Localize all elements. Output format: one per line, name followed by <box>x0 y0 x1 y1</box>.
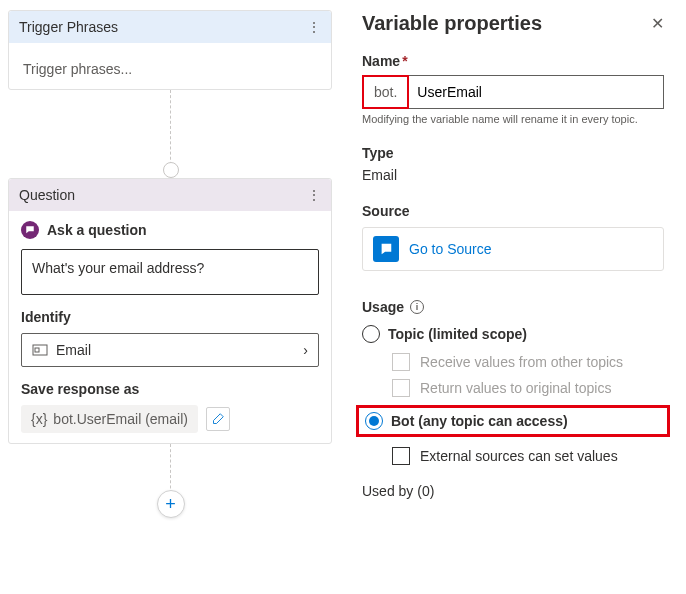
type-field: Type Email <box>362 145 664 183</box>
used-by-label: Used by (0) <box>362 483 664 499</box>
question-header[interactable]: Question ⋮ <box>9 179 331 211</box>
connector-line: + <box>170 444 171 504</box>
external-sources-checkbox[interactable]: External sources can set values <box>392 447 664 465</box>
identify-label: Identify <box>21 309 319 325</box>
save-label: Save response as <box>21 381 319 397</box>
trigger-node: Trigger Phrases ⋮ Trigger phrases... <box>8 10 332 90</box>
brace-icon: {x} <box>31 411 47 427</box>
plus-icon: + <box>165 494 176 515</box>
usage-field: Usage i Topic (limited scope) Receive va… <box>362 299 664 465</box>
usage-label: Usage <box>362 299 404 315</box>
question-node: Question ⋮ Ask a question What's your em… <box>8 178 332 444</box>
source-icon <box>373 236 399 262</box>
checkbox-icon <box>392 379 410 397</box>
usage-bot-radio[interactable]: Bot (any topic can access) <box>365 412 661 430</box>
pencil-icon <box>212 413 224 425</box>
source-field: Source Go to Source <box>362 203 664 271</box>
ask-label: Ask a question <box>47 222 147 238</box>
checkbox-icon <box>392 353 410 371</box>
trigger-body[interactable]: Trigger phrases... <box>9 43 331 89</box>
card-icon <box>32 342 48 358</box>
chevron-right-icon: › <box>303 342 308 358</box>
svg-rect-1 <box>35 348 39 352</box>
variable-name-input[interactable] <box>409 76 663 108</box>
radio-icon <box>362 325 380 343</box>
canvas-pane: Trigger Phrases ⋮ Trigger phrases... Que… <box>0 0 340 594</box>
more-icon[interactable]: ⋮ <box>307 187 321 203</box>
properties-panel: Variable properties ✕ Name* bot. Modifyi… <box>340 0 686 594</box>
usage-bot-label: Bot (any topic can access) <box>391 413 568 429</box>
variable-chip[interactable]: {x} bot.UserEmail (email) <box>21 405 198 433</box>
highlighted-option: Bot (any topic can access) <box>356 405 670 437</box>
more-icon[interactable]: ⋮ <box>307 19 321 35</box>
source-label: Source <box>362 203 664 219</box>
info-icon[interactable]: i <box>410 300 424 314</box>
question-title: Question <box>19 187 75 203</box>
required-asterisk: * <box>402 53 407 69</box>
name-label: Name* <box>362 53 664 69</box>
return-values-checkbox: Return values to original topics <box>392 379 664 397</box>
chat-bubble-icon <box>21 221 39 239</box>
radio-selected-icon <box>365 412 383 430</box>
panel-header: Variable properties ✕ <box>362 12 664 35</box>
identify-value: Email <box>56 342 91 358</box>
variable-name: bot.UserEmail (email) <box>53 411 188 427</box>
return-values-label: Return values to original topics <box>420 380 611 396</box>
receive-values-checkbox: Receive values from other topics <box>392 353 664 371</box>
connector-circle-icon[interactable] <box>163 162 179 178</box>
edit-button[interactable] <box>206 407 230 431</box>
identify-selector[interactable]: Email › <box>21 333 319 367</box>
trigger-title: Trigger Phrases <box>19 19 118 35</box>
panel-title: Variable properties <box>362 12 542 35</box>
external-sources-label: External sources can set values <box>420 448 618 464</box>
add-node-button[interactable]: + <box>157 490 185 518</box>
trigger-placeholder: Trigger phrases... <box>21 53 319 79</box>
type-value: Email <box>362 167 664 183</box>
close-icon[interactable]: ✕ <box>651 14 664 33</box>
name-hint: Modifying the variable name will rename … <box>362 113 664 125</box>
question-text: What's your email address? <box>32 260 204 276</box>
usage-topic-label: Topic (limited scope) <box>388 326 527 342</box>
question-body: Ask a question What's your email address… <box>9 211 331 443</box>
name-prefix: bot. <box>362 75 409 109</box>
ask-row: Ask a question <box>21 221 319 239</box>
name-field: Name* bot. Modifying the variable name w… <box>362 53 664 125</box>
source-link-text: Go to Source <box>409 241 492 257</box>
checkbox-icon <box>392 447 410 465</box>
type-label: Type <box>362 145 664 161</box>
connector-line <box>170 90 171 170</box>
go-to-source-button[interactable]: Go to Source <box>362 227 664 271</box>
question-input[interactable]: What's your email address? <box>21 249 319 295</box>
receive-values-label: Receive values from other topics <box>420 354 623 370</box>
usage-topic-radio[interactable]: Topic (limited scope) <box>362 325 664 343</box>
trigger-header[interactable]: Trigger Phrases ⋮ <box>9 11 331 43</box>
